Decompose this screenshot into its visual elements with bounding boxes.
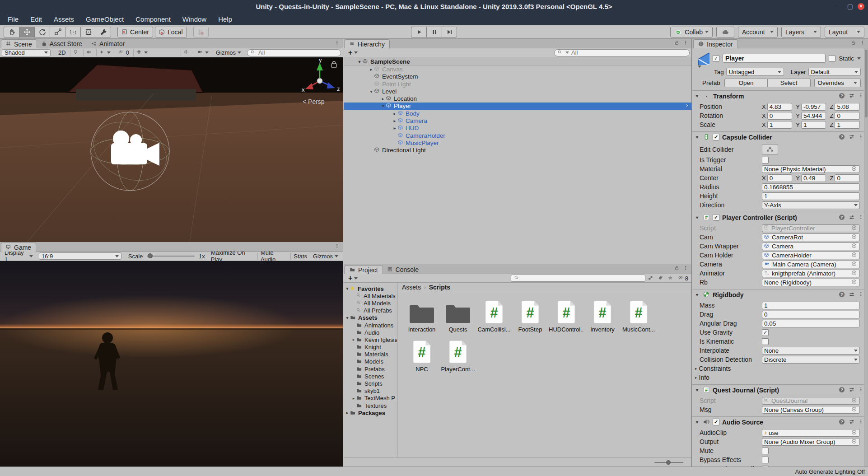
direction-dropdown[interactable]: Y-Axis <box>762 201 860 209</box>
interpolate-dropdown[interactable]: None <box>762 347 860 355</box>
project-tree-knight[interactable]: Knight <box>344 344 397 351</box>
project-tree-animations[interactable]: Animations <box>344 322 397 329</box>
is-trigger-checkbox[interactable] <box>762 157 769 163</box>
help-icon[interactable]: ? <box>839 134 845 140</box>
help-icon[interactable]: ? <box>839 291 845 298</box>
project-tree-favorites[interactable]: ▾Favorites <box>344 285 397 292</box>
project-tree-scenes[interactable]: Scenes <box>344 373 397 380</box>
minimize-button[interactable]: — <box>836 3 843 9</box>
scene-viewport[interactable]: y x z < Persp <box>0 57 343 242</box>
bypass-effects-checkbox[interactable] <box>762 457 769 463</box>
project-tree-assets[interactable]: ▾Assets <box>344 314 397 322</box>
preset-icon[interactable] <box>849 419 855 425</box>
script-object-field[interactable]: #QuestJournal <box>762 397 860 405</box>
foldout-arrow-icon[interactable]: ▸ <box>392 118 398 123</box>
component-header-player-controller-script[interactable]: ▾ # ✓ Player Controller (Script) ? <box>692 212 868 223</box>
foldout-arrow-icon[interactable]: ▾ <box>380 103 386 108</box>
scale-z-field[interactable]: 1 <box>835 121 860 129</box>
hierarchy-panel-menu-icon[interactable] <box>683 40 689 46</box>
edit-collider-button[interactable] <box>762 144 778 154</box>
project-search-input[interactable] <box>511 275 645 282</box>
rb-object-field[interactable]: None (Rigidbody) <box>762 279 860 286</box>
hierarchy-item-camera[interactable]: ▸Camera <box>344 117 691 124</box>
asset-musiccont[interactable]: #MusicCont... <box>621 298 657 333</box>
breadcrumb-assets[interactable]: Assets <box>402 284 421 291</box>
center-y-field[interactable]: 0.49 <box>801 174 826 182</box>
menu-file[interactable]: File <box>2 13 24 25</box>
asset-interaction[interactable]: Interaction <box>404 298 440 333</box>
hierarchy-create-button[interactable]: + <box>345 49 360 56</box>
hierarchy-item-musicplayer[interactable]: MusicPlayer <box>344 139 691 146</box>
position-y-field[interactable]: -0.957 <box>801 103 826 111</box>
object-picker-icon[interactable] <box>851 270 858 276</box>
material-object-field[interactable]: None (Physic Material) <box>762 165 860 173</box>
tab-scene[interactable]: Scene <box>1 39 37 48</box>
foldout-arrow-icon[interactable]: ▾ <box>356 59 363 64</box>
foldout-arrow-icon[interactable]: ▸ <box>345 411 350 415</box>
rotation-z-field[interactable]: 0 <box>835 112 860 120</box>
layer-dropdown[interactable]: Default <box>808 68 861 76</box>
foldout-arrow-icon[interactable]: ▸ <box>380 96 386 101</box>
tab-animator[interactable]: Animator <box>87 39 129 48</box>
row-info[interactable]: ▸Info <box>692 373 868 382</box>
component-enabled-checkbox[interactable]: ✓ <box>713 134 719 140</box>
project-tree-all-models[interactable]: All Models <box>344 299 397 307</box>
stats-button[interactable]: Stats <box>290 252 310 260</box>
menu-assets[interactable]: Assets <box>48 13 80 25</box>
center-x-field[interactable]: 0 <box>767 174 793 182</box>
hierarchy-item-directional-light[interactable]: Directional Light <box>344 147 691 154</box>
foldout-arrow-icon[interactable]: ▸ <box>351 337 356 342</box>
mute-checkbox[interactable] <box>762 448 769 454</box>
tool-rect-button[interactable] <box>65 27 80 37</box>
object-picker-icon[interactable] <box>851 243 858 249</box>
scene-visibility-toggle[interactable]: 0 <box>115 49 132 56</box>
foldout-arrow-icon[interactable]: ▾ <box>345 316 350 320</box>
lock-icon[interactable] <box>851 40 857 46</box>
preset-icon[interactable] <box>849 291 855 298</box>
preset-icon[interactable] <box>849 93 855 99</box>
static-dropdown-icon[interactable] <box>857 57 861 60</box>
prefab-cube-icon[interactable] <box>696 51 709 65</box>
tab-project[interactable]: Project <box>345 265 383 274</box>
hidden-packages-button[interactable]: 8 <box>677 275 690 282</box>
use-gravity-checkbox[interactable]: ✓ <box>762 329 769 336</box>
object-picker-icon[interactable] <box>851 397 858 404</box>
tab-asset-store[interactable]: Asset Store <box>37 39 87 48</box>
lock-icon[interactable] <box>674 40 680 46</box>
play-button[interactable] <box>411 27 426 37</box>
project-tree-scripts[interactable]: Scripts <box>344 380 397 387</box>
cam-object-field[interactable]: CameraRot <box>762 233 860 241</box>
cam-holder-object-field[interactable]: CameraHolder <box>762 252 860 259</box>
component-header-transform[interactable]: ▾ Transform ? <box>692 90 868 101</box>
hierarchy-item-level[interactable]: ▾Level <box>344 88 691 95</box>
asset-quests[interactable]: Quests <box>440 298 476 333</box>
thumbnail-size-slider[interactable] <box>654 462 683 463</box>
account-dropdown[interactable]: Account <box>738 27 778 37</box>
shading-mode-dropdown[interactable]: Shaded <box>2 49 51 56</box>
preset-icon[interactable] <box>849 387 855 393</box>
foldout-arrow-icon[interactable]: ▾ <box>696 292 700 297</box>
search-by-label-button[interactable] <box>657 275 665 281</box>
rotation-y-field[interactable]: 54.944 <box>801 112 826 120</box>
scene-gizmos-dropdown[interactable]: Gizmos <box>213 49 244 56</box>
gameobject-name-field[interactable]: Player <box>723 54 826 63</box>
asset-playercont[interactable]: #PlayerCont... <box>440 337 476 373</box>
object-picker-icon[interactable] <box>851 252 858 258</box>
foldout-arrow-icon[interactable]: ▾ <box>696 420 700 425</box>
tool-transform-button[interactable] <box>80 27 96 37</box>
audioclip-object-field[interactable]: ♪use <box>762 429 860 437</box>
hierarchy-item-player[interactable]: ▾Player <box>344 103 691 110</box>
step-button[interactable] <box>442 27 457 37</box>
prefab-select-button[interactable]: Select <box>768 79 811 87</box>
object-picker-icon[interactable] <box>851 166 858 172</box>
hierarchy-item-samplescene[interactable]: ▾SampleScene <box>344 58 691 65</box>
display-dropdown[interactable]: Display 1 <box>2 252 36 260</box>
scene-audio-toggle[interactable] <box>83 49 95 56</box>
foldout-arrow-icon[interactable]: ▾ <box>345 286 350 291</box>
component-enabled-checkbox[interactable]: ✓ <box>713 419 719 425</box>
project-tree-all-materials[interactable]: All Materials <box>344 292 397 299</box>
project-tree-all-prefabs[interactable]: All Prefabs <box>344 307 397 314</box>
object-picker-icon[interactable] <box>851 439 858 445</box>
static-checkbox[interactable] <box>829 55 835 62</box>
pause-button[interactable] <box>426 27 442 37</box>
